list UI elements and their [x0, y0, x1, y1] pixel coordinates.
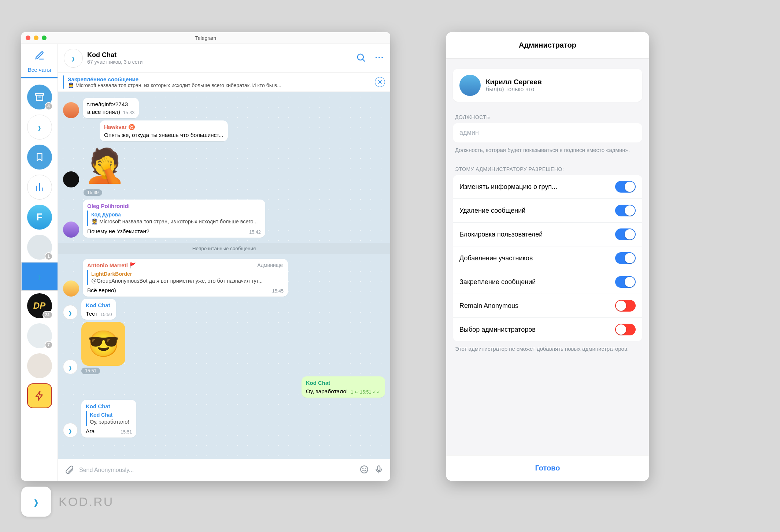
avatar[interactable] — [63, 305, 78, 320]
avatar[interactable] — [63, 280, 79, 297]
sticker-facepalm[interactable]: 🤦 — [83, 144, 127, 187]
message-bubble[interactable]: Antonio Marreti 🚩 Админище LightDarkBord… — [83, 259, 288, 297]
emoji-icon[interactable] — [359, 465, 369, 476]
chat-messages[interactable]: t.me/tginfo/2743 а все понял)15:33 Hawkv… — [58, 92, 390, 459]
admin-body[interactable]: Кирилл Сергеев был(а) только что ДОЛЖНОС… — [446, 59, 649, 455]
folder-letter: DP — [33, 301, 45, 311]
sidebar-folder-f[interactable]: F — [27, 205, 52, 230]
admin-header-title: Администратор — [519, 41, 576, 49]
toggle[interactable] — [615, 324, 636, 335]
message-bubble[interactable]: Oleg Polihronidi Код Дурова 👮 Microsoft … — [83, 200, 265, 238]
compose-button[interactable] — [27, 47, 52, 64]
close-icon[interactable]: ✕ — [375, 77, 385, 87]
message-row: 😎 15:51 — [63, 322, 385, 374]
divider-label: Непрочитанные сообщения — [187, 244, 261, 253]
perms-list: Изменять информацию о груп... Удаление с… — [453, 175, 642, 341]
message-sender: Kod Chat — [86, 302, 112, 309]
message-bubble[interactable]: t.me/tginfo/2743 а все понял)15:33 — [83, 98, 139, 118]
badge: 4 — [45, 102, 53, 110]
pinned-message[interactable]: Закреплённое сообщение 👮 Microsoft назва… — [58, 72, 390, 92]
toggle[interactable] — [615, 181, 636, 193]
message-row: Kod Chat Kod Chat Оу, заработало! Ага 15… — [63, 400, 385, 438]
message-text: Тест — [86, 310, 97, 317]
message-text: Ага — [86, 428, 95, 434]
perm-label: Удаление сообщений — [459, 207, 525, 215]
message-time: 15:51 — [81, 368, 100, 374]
message-input[interactable] — [79, 467, 354, 473]
mic-icon[interactable] — [374, 465, 384, 476]
window-title: Telegram — [195, 35, 217, 41]
close-icon[interactable] — [26, 36, 30, 40]
toggle[interactable] — [615, 252, 636, 264]
sidebar: Все чаты 4 F 1 DP 31 7 — [21, 44, 58, 481]
maximize-icon[interactable] — [42, 36, 47, 40]
badge: 7 — [45, 341, 53, 349]
avatar — [459, 75, 481, 96]
toggle[interactable] — [615, 205, 636, 216]
message-bubble[interactable]: Kod Chat Тест 15:50 — [81, 299, 116, 320]
message-text: Опять же, откуда ты знаешь что большинст… — [104, 132, 223, 138]
message-bubble-outgoing[interactable]: Kod Chat Оу, заработало! 1 ↩ 15:51 ✓✓ — [302, 376, 385, 397]
reply-block[interactable]: Kod Chat Оу, заработало! — [86, 411, 132, 426]
role-hint: Должность, которая будет показываться в … — [453, 142, 642, 154]
perm-label: Выбор администраторов — [459, 326, 536, 334]
sidebar-folder-stats[interactable] — [27, 175, 52, 200]
sidebar-folder-person[interactable] — [27, 353, 52, 378]
sidebar-folder-group1[interactable]: 1 — [27, 235, 52, 260]
message-bubble[interactable]: Kod Chat Kod Chat Оу, заработало! Ага 15… — [81, 400, 136, 438]
reply-body: Оу, заработало! — [90, 418, 129, 426]
svg-point-7 — [365, 468, 366, 469]
chat-header[interactable]: Kod Chat 67 участников, 3 в сети — [58, 44, 390, 72]
sidebar-folder-kod[interactable] — [27, 115, 52, 139]
more-icon[interactable] — [374, 52, 384, 64]
message-time: 15:45 — [272, 287, 284, 294]
role-section-label: ДОЛЖНОСТЬ — [455, 114, 640, 120]
avatar[interactable] — [63, 102, 79, 118]
message-row: 🤦 — [63, 144, 385, 187]
titlebar: Telegram — [21, 32, 390, 44]
message-bubble[interactable]: Hawkvar ♉ Опять же, откуда ты знаешь что… — [100, 120, 228, 141]
toggle[interactable] — [615, 300, 636, 312]
folder-letter: F — [36, 211, 42, 223]
reply-block[interactable]: Код Дурова 👮 Microsoft назвала топ стран… — [87, 211, 261, 226]
sender-role: Админище — [257, 262, 283, 269]
perm-label: Закрепление сообщений — [459, 278, 536, 286]
role-input[interactable]: админ — [453, 123, 642, 142]
toggle[interactable] — [615, 276, 636, 288]
perms-hint: Этот администратор не сможет добавлять н… — [453, 341, 642, 353]
message-row: Oleg Polihronidi Код Дурова 👮 Microsoft … — [63, 200, 385, 238]
sidebar-folder-kod-active[interactable] — [21, 262, 58, 291]
admin-user-status: был(а) только что — [486, 86, 542, 93]
search-icon[interactable] — [356, 52, 366, 64]
chat-avatar[interactable] — [64, 49, 83, 68]
sidebar-folder-dp[interactable]: DP 31 — [27, 293, 52, 318]
perm-row: Удаление сообщений — [453, 199, 642, 223]
attach-icon[interactable] — [64, 465, 74, 476]
admin-footer: Готово — [446, 455, 649, 481]
avatar[interactable] — [63, 222, 79, 238]
message-row: Antonio Marreti 🚩 Админище LightDarkBord… — [63, 259, 385, 297]
reply-block[interactable]: LightDarkBorder @GroupAnonymousBot да я … — [87, 270, 284, 285]
sidebar-folder-bolt[interactable] — [27, 383, 52, 408]
message-sender: Kod Chat — [86, 403, 132, 410]
window-controls[interactable] — [26, 36, 47, 40]
avatar[interactable] — [63, 171, 79, 187]
sidebar-folder-saved[interactable] — [27, 145, 52, 170]
perm-label: Remain Anonymous — [459, 302, 518, 310]
message-time: 15:50 — [100, 310, 112, 318]
message-row: Kod Chat Тест 15:50 — [63, 299, 385, 320]
sidebar-folder-archive[interactable]: 4 — [27, 85, 52, 109]
all-chats-tab[interactable]: Все чаты — [21, 64, 58, 78]
admin-header: Администратор — [446, 32, 649, 59]
pinned-indicator — [63, 75, 64, 89]
minimize-icon[interactable] — [34, 36, 38, 40]
done-button[interactable]: Готово — [535, 464, 560, 472]
sticker-cool[interactable]: 😎 — [81, 322, 125, 366]
avatar[interactable] — [63, 360, 78, 374]
reply-body: 👮 Microsoft назвала топ стран, из которы… — [91, 218, 258, 226]
sidebar-folder-group2[interactable]: 7 — [27, 323, 52, 348]
avatar[interactable] — [63, 423, 78, 438]
perm-label: Блокировка пользователей — [459, 231, 543, 238]
admin-user-card[interactable]: Кирилл Сергеев был(а) только что — [453, 69, 642, 102]
toggle[interactable] — [615, 228, 636, 240]
